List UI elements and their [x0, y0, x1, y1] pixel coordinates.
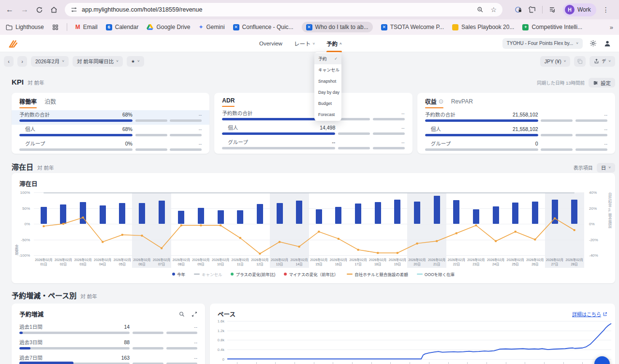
compare-selector[interactable]: 対 前年同曜日比˅: [73, 56, 123, 67]
bookmark-star-icon[interactable]: ☆: [490, 6, 497, 14]
currency-selector[interactable]: JPY (¥)˅: [540, 56, 571, 67]
month-selector[interactable]: 2026年2月˅: [31, 56, 69, 67]
pace-line: [227, 316, 611, 359]
menu-item-budget[interactable]: Budget: [314, 98, 341, 109]
browser-toolbar: ← → app.mylighthouse.com/hotel/318559/re…: [0, 0, 619, 19]
lighthouse-logo[interactable]: [8, 38, 18, 49]
menu-item-cancel[interactable]: キャンセル: [314, 64, 341, 75]
legend-item[interactable]: マイナスの変化（前年比）: [284, 271, 338, 277]
bookmark-confluence[interactable]: ✕Confluence - Quic...: [233, 24, 294, 30]
tab-room-nights[interactable]: 泊数: [44, 97, 56, 108]
nav-booking[interactable]: 予約˄: [326, 35, 342, 52]
bookmark-calendar[interactable]: 6Calendar: [106, 24, 139, 30]
kpi-settings-button[interactable]: 設定: [589, 78, 615, 87]
apps-grid-icon[interactable]: [52, 24, 59, 30]
address-bar[interactable]: app.mylighthouse.com/hotel/318559/revenu…: [65, 3, 502, 16]
bookmark-drive[interactable]: Google Drive: [147, 24, 190, 30]
gear-icon[interactable]: [590, 40, 597, 47]
y-tick: 0%: [589, 222, 595, 226]
kpi-row-total[interactable]: 予約数の合計68%--: [12, 110, 209, 125]
menu-item-snapshot[interactable]: Snapshot: [314, 75, 341, 87]
booking-change-row-1d[interactable]: 過去1日間14--: [19, 324, 197, 334]
bookmarks-overflow-icon[interactable]: »: [610, 24, 613, 31]
forward-icon[interactable]: →: [21, 6, 29, 14]
kpi-row-individual[interactable]: 個人14,498--: [222, 123, 404, 138]
kpi-row-group[interactable]: グループ0%--: [19, 139, 202, 154]
pace-chart-plot[interactable]: 1.6k1.2k0.8k0.4k0: [227, 316, 611, 359]
home-icon[interactable]: [50, 6, 58, 14]
legend-item[interactable]: OOOを除く在庫: [417, 271, 455, 277]
confluence-icon: ✕: [306, 24, 312, 30]
bookmark-competitive-intel[interactable]: +Competitive Intelli...: [522, 24, 582, 30]
x-axis-label: 2026年02月08日: [173, 258, 190, 266]
prev-month-button[interactable]: ‹: [4, 56, 14, 67]
x-axis-label: 2026年02月07日: [153, 258, 170, 266]
x-axis-label: 2026年02月12日: [251, 258, 268, 266]
bookmark-lighthouse[interactable]: Lighthouse: [6, 24, 44, 30]
tab-occupancy[interactable]: 稼働率: [19, 97, 37, 108]
back-icon[interactable]: ←: [6, 6, 14, 14]
kpi-row-individual[interactable]: 個人21,558,102--: [425, 125, 607, 139]
extensions-icon[interactable]: [529, 6, 536, 14]
site-settings-icon[interactable]: [71, 6, 77, 13]
stay-card-title: 滞在日: [19, 179, 38, 188]
booking-change-row-3d[interactable]: 過去3日間88--: [19, 339, 197, 349]
bookmark-tsota[interactable]: ✕TSOTA Welcome P...: [381, 24, 444, 30]
hotel-selector[interactable]: TYOHU - Four Points Flex by...˅: [502, 38, 583, 49]
legend-item[interactable]: キャンセル: [194, 271, 222, 277]
chrome-actions: H Work ⋮: [515, 3, 609, 16]
pace-y-tick: 0.8k: [218, 338, 224, 342]
x-axis-label: 2026年02月03日: [74, 258, 91, 266]
bookmark-email[interactable]: MEmail: [75, 24, 98, 30]
kpi-row-group[interactable]: グループ----: [222, 138, 404, 152]
copy-button[interactable]: [574, 56, 586, 67]
y-tick: 100%: [20, 190, 30, 195]
external-link-icon: [603, 312, 607, 317]
url-text[interactable]: app.mylighthouse.com/hotel/318559/revenu…: [82, 6, 202, 13]
kpi-row-total[interactable]: 予約数の合計--: [222, 109, 404, 123]
bookmark-sales-playbook[interactable]: Sales Playbook 20...: [452, 24, 514, 30]
favorite-selector[interactable]: ★˅: [127, 56, 144, 67]
stay-chart-plot[interactable]: 100% 50% 0% -50% -100% 40% 20% 0% -20% -…: [34, 192, 584, 255]
zoom-icon[interactable]: [477, 6, 484, 13]
kpi-row-individual[interactable]: 個人68%--: [19, 125, 202, 139]
next-month-button[interactable]: ›: [17, 56, 27, 67]
export-button[interactable]: デ˅: [590, 56, 615, 67]
sheets-icon: +: [522, 24, 529, 30]
nav-rate[interactable]: レート˅: [294, 35, 315, 52]
search-icon[interactable]: [179, 311, 185, 317]
tab-adr[interactable]: ADR: [222, 97, 235, 107]
stay-section-header: 滞在日 対 前年 表示項目 日˅: [12, 161, 615, 173]
display-granularity-selector[interactable]: 日˅: [597, 163, 615, 173]
kpi-row-total[interactable]: 予約数の合計21,558,102--: [425, 110, 607, 125]
profile-label: Work: [577, 6, 591, 13]
profile-chip[interactable]: H Work: [563, 3, 596, 16]
bookings-subtitle: 対 前年: [80, 292, 97, 300]
dashboard-content: KPI 対 前年 同期した日時 13時間前 設定 稼働率 泊数 予約数の合計68…: [0, 70, 619, 364]
menu-item-booking[interactable]: 予約✓: [314, 53, 341, 64]
expand-icon[interactable]: [192, 311, 197, 317]
tab-revpar[interactable]: RevPAR: [451, 97, 473, 108]
kpi-row-group[interactable]: グループ0--: [425, 139, 607, 154]
menu-item-forecast[interactable]: Forecast: [314, 109, 341, 120]
legend-item[interactable]: 今年: [172, 271, 185, 277]
legend-item[interactable]: プラスの変化(前年比): [231, 271, 275, 277]
x-axis-label: 2026年02月17日: [349, 258, 367, 266]
bookmark-who-do-i-talk-to[interactable]: ✕Who do I talk to ab...: [302, 22, 373, 32]
x-axis-label: 2026年02月23日: [467, 258, 485, 266]
tab-search-icon[interactable]: [549, 6, 557, 14]
bookmark-gemini[interactable]: ✦Gemini: [198, 24, 224, 30]
nav-overview[interactable]: Overview: [259, 35, 282, 52]
menu-item-day-by-day[interactable]: Day by day: [314, 87, 341, 98]
tab-revenue[interactable]: 収益: [425, 97, 443, 108]
reload-icon[interactable]: [36, 6, 43, 14]
bookmarks-bar: Lighthouse MEmail 6Calendar Google Drive…: [0, 19, 619, 35]
kpi-subtitle: 対 前年: [28, 79, 44, 86]
user-icon[interactable]: [604, 40, 611, 47]
confluence-icon: ✕: [381, 24, 387, 30]
browser-menu-icon[interactable]: ⋮: [603, 6, 609, 14]
booking-dropdown-menu: 予約✓ キャンセル Snapshot Day by day Budget For…: [314, 52, 341, 121]
privacy-icon[interactable]: [515, 6, 522, 14]
x-axis-label: 2026年02月18日: [369, 258, 386, 266]
legend-item[interactable]: 自社ホテルと競合施設の差額: [347, 271, 408, 277]
